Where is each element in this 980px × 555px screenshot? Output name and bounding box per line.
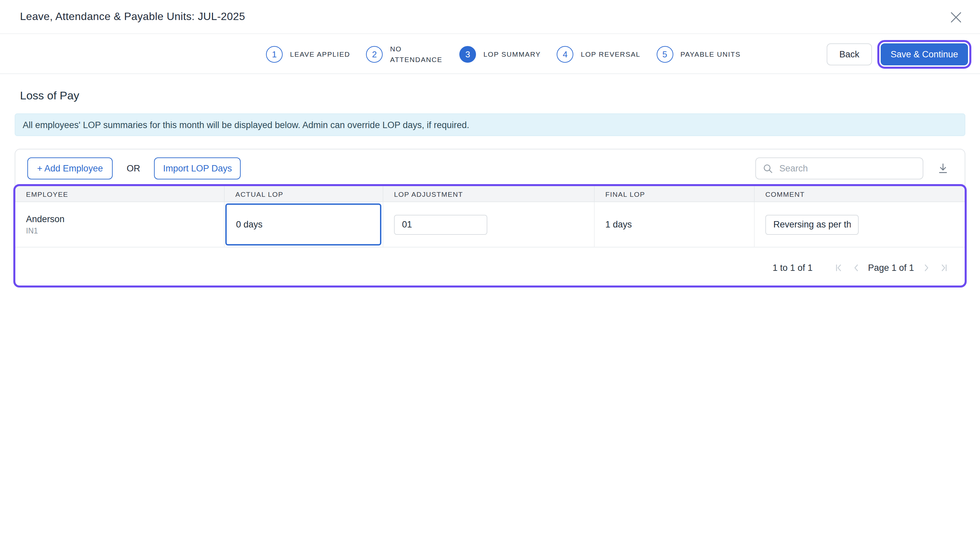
lop-adjustment-input[interactable]	[394, 215, 487, 234]
step-1-circle: 1	[266, 46, 283, 63]
back-button[interactable]: Back	[827, 43, 872, 66]
next-page-icon[interactable]	[922, 263, 931, 273]
pagination-page: Page 1 of 1	[868, 263, 914, 273]
info-banner-text: All employees' LOP summaries for this mo…	[23, 120, 469, 130]
import-lop-days-button[interactable]: Import LOP Days	[154, 157, 241, 180]
employee-cell: Anderson IN1	[15, 202, 225, 247]
pagination-range: 1 to 1 of 1	[773, 263, 813, 273]
step-5-circle: 5	[656, 46, 673, 63]
actual-lop-value: 0 days	[236, 220, 263, 229]
column-header-employee: EMPLOYEE	[15, 186, 225, 201]
comment-cell	[755, 202, 965, 247]
search-icon	[763, 163, 773, 174]
search-input[interactable]	[779, 164, 916, 173]
step-lop-summary[interactable]: 3 LOP SUMMARY	[459, 46, 541, 63]
step-4-label: LOP REVERSAL	[581, 49, 640, 60]
or-label: OR	[127, 164, 140, 173]
dialog-titlebar: Leave, Attendance & Payable Units: JUL-2…	[0, 0, 980, 34]
dialog-title: Leave, Attendance & Payable Units: JUL-2…	[20, 11, 245, 23]
lop-table: EMPLOYEE ACTUAL LOP LOP ADJUSTMENT FINAL…	[15, 186, 965, 286]
column-header-lop-adjustment: LOP ADJUSTMENT	[383, 186, 595, 201]
step-3-label: LOP SUMMARY	[483, 49, 541, 60]
actual-lop-focus-outline: 0 days	[225, 204, 381, 245]
page-title: Loss of Pay	[20, 89, 79, 103]
step-payable-units[interactable]: 5 PAYABLE UNITS	[656, 46, 741, 63]
table-header-row: EMPLOYEE ACTUAL LOP LOP ADJUSTMENT FINAL…	[15, 186, 965, 202]
employee-name: Anderson	[26, 214, 65, 224]
lop-summary-dialog: Leave, Attendance & Payable Units: JUL-2…	[0, 0, 980, 555]
step-2-label: NO ATTENDANCE	[390, 43, 443, 65]
first-page-icon[interactable]	[834, 263, 843, 273]
lop-adjustment-cell	[383, 202, 595, 247]
info-banner: All employees' LOP summaries for this mo…	[15, 114, 965, 136]
save-continue-button[interactable]: Save & Continue	[881, 43, 968, 66]
step-leave-applied[interactable]: 1 LEAVE APPLIED	[266, 46, 350, 63]
lop-table-card: + Add Employee OR Import LOP Days EMPLOY…	[15, 149, 965, 286]
step-2-circle: 2	[366, 46, 383, 63]
previous-page-icon[interactable]	[852, 263, 861, 273]
step-5-label: PAYABLE UNITS	[680, 49, 741, 60]
table-row: Anderson IN1 0 days 1 days	[15, 202, 965, 247]
step-1-label: LEAVE APPLIED	[290, 49, 350, 60]
step-lop-reversal[interactable]: 4 LOP REVERSAL	[557, 46, 640, 63]
actual-lop-cell[interactable]: 0 days	[225, 202, 383, 247]
comment-input[interactable]	[765, 215, 858, 234]
step-4-circle: 4	[557, 46, 573, 63]
final-lop-cell: 1 days	[595, 202, 755, 247]
step-3-circle: 3	[459, 46, 476, 63]
step-no-attendance[interactable]: 2 NO ATTENDANCE	[366, 43, 443, 65]
stepper: 1 LEAVE APPLIED 2 NO ATTENDANCE 3 LOP SU…	[266, 34, 741, 74]
column-header-actual-lop: ACTUAL LOP	[225, 186, 383, 201]
last-page-icon[interactable]	[940, 263, 949, 273]
download-icon[interactable]	[937, 160, 953, 176]
stepper-band: 1 LEAVE APPLIED 2 NO ATTENDANCE 3 LOP SU…	[0, 34, 980, 74]
column-header-final-lop: FINAL LOP	[595, 186, 755, 201]
search-box[interactable]	[755, 157, 923, 180]
pagination-bar: 1 to 1 of 1 Page 1 of 1	[15, 247, 965, 286]
column-header-comment: COMMENT	[755, 186, 965, 201]
close-icon[interactable]	[950, 11, 962, 23]
table-toolbar: + Add Employee OR Import LOP Days	[27, 157, 953, 180]
final-lop-value: 1 days	[605, 220, 632, 229]
add-employee-button[interactable]: + Add Employee	[27, 157, 113, 180]
employee-code: IN1	[26, 227, 38, 235]
